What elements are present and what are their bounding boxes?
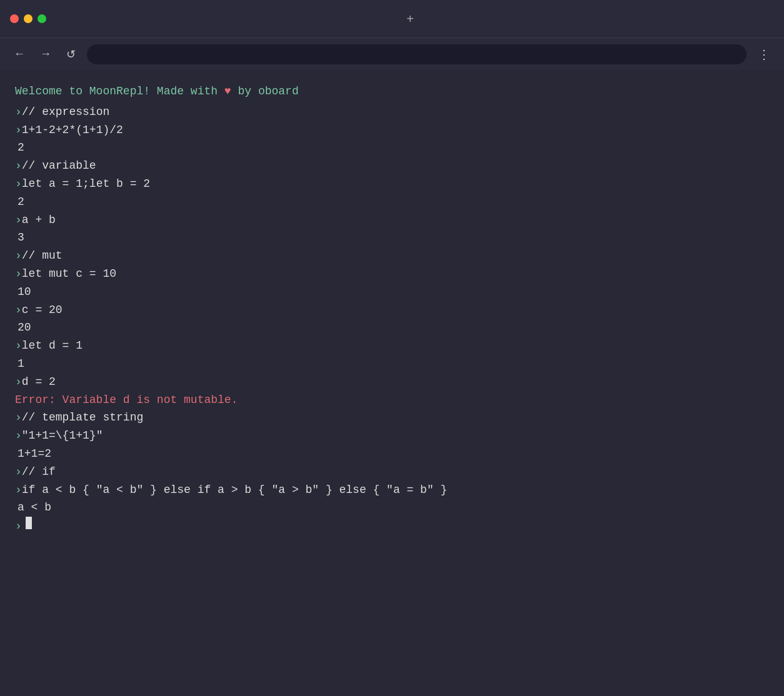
list-item: › 1+1-2+2*(1+1)/2 xyxy=(15,121,769,139)
input-text: // if xyxy=(22,463,56,481)
list-item: 20 xyxy=(15,319,769,337)
nav-bar: ← → ↺ ⋮ xyxy=(0,37,784,70)
output-text: 3 xyxy=(15,229,24,247)
new-tab-button[interactable]: + xyxy=(400,9,420,29)
input-text: // mut xyxy=(22,247,63,265)
prompt-symbol: › xyxy=(15,481,22,499)
title-bar: + xyxy=(0,0,784,37)
cursor xyxy=(26,517,32,529)
list-item: 3 xyxy=(15,229,769,247)
maximize-button[interactable] xyxy=(38,14,46,23)
list-item: 1+1=2 xyxy=(15,445,769,463)
prompt-symbol: › xyxy=(15,247,22,265)
output-text: 2 xyxy=(15,193,24,211)
list-item: › // template string xyxy=(15,409,769,427)
list-item: › c = 20 xyxy=(15,301,769,319)
terminal-lines: › // expression › 1+1-2+2*(1+1)/2 2 › //… xyxy=(15,103,769,517)
prompt-symbol: › xyxy=(15,211,22,229)
window-controls xyxy=(10,14,46,23)
list-item: 1 xyxy=(15,355,769,373)
menu-button[interactable]: ⋮ xyxy=(754,44,774,64)
back-button[interactable]: ← xyxy=(10,45,29,63)
tab-bar: + xyxy=(46,9,774,29)
list-item: › // expression xyxy=(15,103,769,121)
list-item: 2 xyxy=(15,193,769,211)
list-item: › // if xyxy=(15,463,769,481)
list-item: Error: Variable d is not mutable. xyxy=(15,391,769,409)
input-text: 1+1-2+2*(1+1)/2 xyxy=(22,121,123,139)
prompt-symbol: › xyxy=(15,337,22,355)
prompt-symbol: › xyxy=(15,301,22,319)
input-text: c = 20 xyxy=(22,301,63,319)
prompt-symbol: › xyxy=(15,427,22,445)
reload-button[interactable]: ↺ xyxy=(63,45,79,64)
welcome-text: Welcome to MoonRepl! Made with ♥ by oboa… xyxy=(15,82,299,101)
terminal: Welcome to MoonRepl! Made with ♥ by oboa… xyxy=(0,70,784,696)
close-button[interactable] xyxy=(10,14,19,23)
list-item: 2 xyxy=(15,139,769,157)
list-item: 10 xyxy=(15,283,769,301)
forward-button[interactable]: → xyxy=(36,45,55,63)
prompt-symbol: › xyxy=(15,175,22,193)
output-text: a < b xyxy=(15,499,51,517)
prompt-symbol: › xyxy=(15,517,22,535)
input-text: let mut c = 10 xyxy=(22,265,116,283)
list-item: › let d = 1 xyxy=(15,337,769,355)
prompt-symbol: › xyxy=(15,103,22,121)
input-text: "1+1=\{1+1}" xyxy=(22,427,103,445)
prompt-symbol: › xyxy=(15,265,22,283)
output-text: 20 xyxy=(15,319,31,337)
input-text: // expression xyxy=(22,103,109,121)
minimize-button[interactable] xyxy=(24,14,33,23)
input-text: // template string xyxy=(22,409,143,427)
list-item: › // mut xyxy=(15,247,769,265)
list-item: › d = 2 xyxy=(15,373,769,391)
address-input[interactable] xyxy=(87,44,746,64)
input-text: d = 2 xyxy=(22,373,56,391)
output-text: 1 xyxy=(15,355,24,373)
list-item: › let mut c = 10 xyxy=(15,265,769,283)
input-text: let d = 1 xyxy=(22,337,83,355)
output-text: 2 xyxy=(15,139,24,157)
input-text: a + b xyxy=(22,211,56,229)
prompt-symbol: › xyxy=(15,157,22,175)
input-text: // variable xyxy=(22,157,96,175)
cursor-line: › xyxy=(15,517,769,535)
input-text: let a = 1;let b = 2 xyxy=(22,175,150,193)
output-text: 10 xyxy=(15,283,31,301)
heart-icon: ♥ xyxy=(224,85,231,97)
prompt-symbol: › xyxy=(15,373,22,391)
list-item: › if a < b { "a < b" } else if a > b { "… xyxy=(15,481,769,499)
list-item: › "1+1=\{1+1}" xyxy=(15,427,769,445)
prompt-symbol: › xyxy=(15,409,22,427)
list-item: › let a = 1;let b = 2 xyxy=(15,175,769,193)
prompt-symbol: › xyxy=(15,121,22,139)
input-text: if a < b { "a < b" } else if a > b { "a … xyxy=(22,481,448,499)
prompt-symbol: › xyxy=(15,463,22,481)
list-item: a < b xyxy=(15,499,769,517)
welcome-line: Welcome to MoonRepl! Made with ♥ by oboa… xyxy=(15,82,769,103)
output-text: 1+1=2 xyxy=(15,445,51,463)
list-item: › // variable xyxy=(15,157,769,175)
error-text: Error: Variable d is not mutable. xyxy=(15,391,238,409)
list-item: › a + b xyxy=(15,211,769,229)
